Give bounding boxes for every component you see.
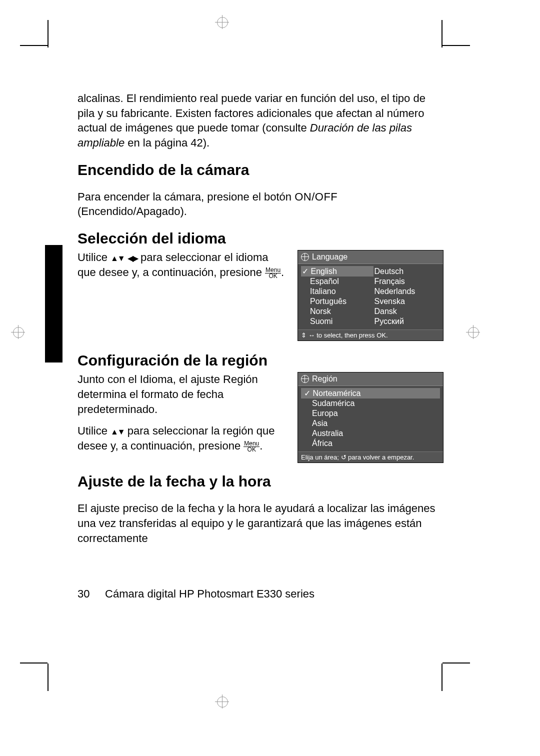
lang-option: Suomi: [301, 316, 374, 326]
lang-option: Svenska: [374, 296, 440, 306]
language-tab: [45, 245, 62, 362]
language-lcd-screenshot: Language EnglishDeutsch EspañolFrançais …: [298, 250, 444, 341]
region-lcd-title: Región: [312, 374, 338, 384]
region-footer-a: Elija un área;: [301, 454, 341, 461]
lang-option: Français: [374, 276, 440, 286]
lang-option: Italiano: [301, 286, 374, 296]
lang-option: Dansk: [374, 306, 440, 316]
page-footer: 30 Cámara digital HP Photosmart E330 ser…: [78, 588, 442, 600]
leftright-icon: ↔: [308, 332, 315, 339]
region-lcd-footer: Elija un área; para volver a empezar.: [298, 452, 443, 462]
region-lcd-screenshot: Región Norteamérica Sudamérica Europa As…: [298, 372, 444, 463]
region-option-selected: Norteamérica: [301, 388, 440, 398]
registration-mark-icon: [11, 325, 25, 339]
power-on-paragraph: Para encender la cámara, presione el bot…: [78, 190, 442, 219]
language-tab-label: Español: [34, 300, 45, 360]
power-on-text-a: Para encender la cámara, presione el bot…: [78, 190, 294, 203]
crop-mark: [442, 45, 470, 46]
crop-mark: [442, 664, 442, 691]
power-on-text-b: (Encendido/Apagado).: [78, 205, 187, 218]
menu-ok-button-icon: MenuOK: [244, 441, 260, 452]
region-paragraph-2: Utilice para seleccionar la región que d…: [78, 424, 288, 453]
lang-option: Norsk: [301, 306, 374, 316]
onoff-button-label: ON/OFF: [294, 190, 338, 203]
registration-mark-icon: [215, 15, 229, 29]
lang-option: Español: [301, 276, 374, 286]
lcd-footer-text: to select, then press OK.: [316, 332, 388, 339]
heading-power-on: Encendido de la cámara: [78, 162, 442, 178]
heading-date-time: Ajuste de la fecha y la hora: [78, 473, 442, 490]
heading-region-config: Configuración de la región: [78, 352, 442, 369]
region-option: Australia: [301, 428, 440, 438]
crop-mark: [442, 20, 442, 48]
date-time-paragraph: El ajuste preciso de la fecha y la hora …: [78, 501, 442, 546]
heading-language-select: Selección del idioma: [78, 230, 442, 247]
language-lcd-title: Language: [312, 252, 348, 262]
registration-mark-icon: [466, 325, 480, 339]
region-option: Europa: [301, 408, 440, 418]
crop-mark: [48, 20, 48, 48]
region-option: Sudamérica: [301, 398, 440, 408]
menu-ok-button-icon: MenuOK: [265, 268, 281, 279]
region-option: Asia: [301, 418, 440, 428]
intro-text-b: en la página 42).: [124, 136, 210, 149]
crop-mark: [20, 45, 48, 46]
page-content: alcalinas. El rendimiento real puede var…: [78, 80, 442, 556]
region-paragraph-1: Junto con el Idioma, el ajuste Región de…: [78, 372, 288, 416]
crop-mark: [20, 662, 48, 664]
page-number: 30: [78, 588, 90, 600]
region-option: África: [301, 438, 440, 448]
arrow-up-down-icon: [110, 251, 124, 264]
language-lcd-footer: ⇕ ↔ to select, then press OK.: [298, 330, 443, 340]
lang-option-selected: English: [301, 266, 374, 276]
language-instruction: Utilice para seleccionar el idioma que d…: [78, 250, 288, 280]
globe-icon: [301, 253, 309, 261]
region-text-a: Utilice: [78, 424, 110, 437]
region-text-c: .: [260, 440, 262, 452]
arrow-up-down-icon: [110, 424, 124, 437]
updown-icon: ⇕: [301, 332, 306, 339]
undo-icon: [341, 454, 346, 461]
lang-text-c: .: [281, 266, 284, 278]
lang-option: Português: [301, 296, 374, 306]
crop-mark: [442, 662, 470, 664]
intro-paragraph: alcalinas. El rendimiento real puede var…: [78, 91, 442, 150]
crop-mark: [48, 664, 48, 691]
lang-text-a: Utilice: [78, 251, 110, 264]
lang-option: Русский: [374, 316, 440, 326]
arrow-left-right-icon: [128, 251, 138, 264]
globe-icon: [301, 375, 309, 383]
region-footer-b: para volver a empezar.: [346, 454, 414, 461]
registration-mark-icon: [215, 694, 229, 708]
lang-option: Nederlands: [374, 286, 440, 296]
footer-title: Cámara digital HP Photosmart E330 series: [105, 588, 314, 600]
lang-option: Deutsch: [374, 266, 440, 276]
